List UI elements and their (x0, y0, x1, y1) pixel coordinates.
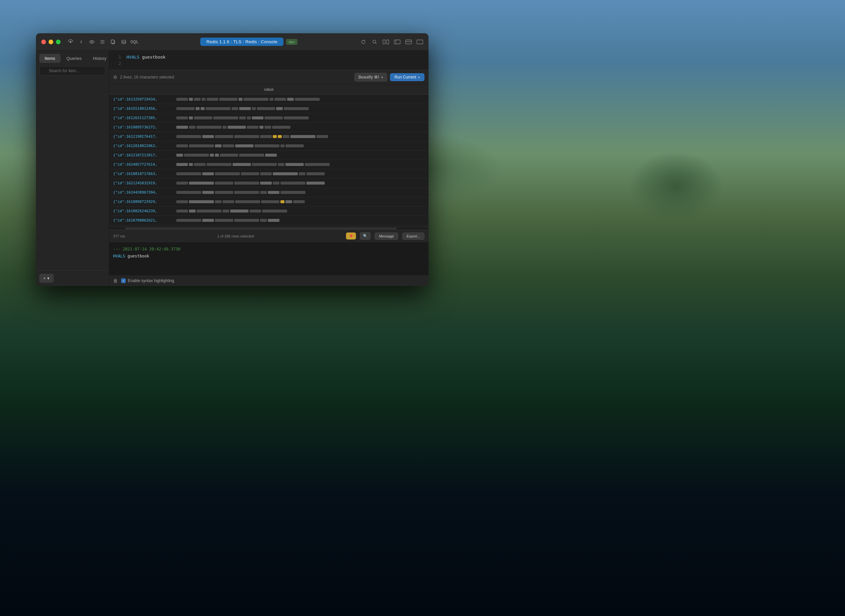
row-value (176, 107, 424, 110)
settings-icon[interactable]: ⚙ (113, 75, 117, 80)
sidebar-items-list (36, 79, 109, 270)
search-results-button[interactable]: 🔍 (360, 232, 371, 240)
results-area: value {"id":1613250719434, {"id":1615518… (109, 85, 428, 286)
sidebar-left-icon[interactable] (394, 38, 400, 45)
row-value (176, 154, 424, 157)
line-number-1: 1 (113, 54, 121, 60)
close-button[interactable] (41, 40, 46, 44)
tab-history[interactable]: History (88, 54, 111, 63)
svg-point-2 (91, 41, 92, 43)
right-panel: 1 HVALS guestbook 2 ⚙ 2 lines, 16 charac… (109, 51, 428, 286)
titlebar: SQL Redis 1.1.6 : TLS : Redis : Console … (36, 33, 428, 51)
table-row[interactable]: {"id":1612190276417, (109, 132, 428, 141)
fullscreen-icon[interactable] (417, 38, 423, 45)
row-value (176, 172, 424, 175)
row-key: {"id":1610898723929, (113, 199, 176, 204)
console-cmd-line: HVALS guestbook (113, 254, 424, 258)
row-key: {"id":1613250719434, (113, 97, 176, 101)
table-row[interactable]: {"id":1622187213817, (109, 151, 428, 160)
row-value (176, 200, 424, 203)
app-window: SQL Redis 1.1.6 : TLS : Redis : Console … (36, 33, 428, 286)
console-output: --- 2021-07-14 20:42:49.3730 (113, 246, 424, 252)
run-button[interactable]: Run Current ▾ (390, 73, 424, 81)
row-value (176, 98, 424, 101)
editor-line-2: 2 (109, 60, 428, 66)
back-icon[interactable] (78, 38, 85, 45)
command-arg: guestbook (142, 54, 165, 60)
add-item-button[interactable]: + ▾ (39, 274, 54, 283)
refresh-icon[interactable] (360, 38, 367, 45)
plus-icon: + (43, 276, 46, 281)
copy-icon[interactable] (110, 38, 116, 45)
table-row[interactable]: {"id":1612818822062, (109, 141, 428, 151)
search-input[interactable] (39, 66, 106, 75)
dev-badge: dev (286, 39, 298, 45)
tab-items[interactable]: Items (39, 54, 60, 63)
export-button[interactable]: Export... (402, 233, 424, 240)
results-status-bar: 377 ms 1 of 286 rows selected 📌 🔍 Messag… (109, 230, 428, 242)
search-icon[interactable] (371, 38, 378, 45)
query-timing: 377 ms (113, 234, 125, 238)
beautify-button[interactable]: Beautify ⌘I ▾ (354, 73, 387, 82)
line-number-2: 2 (113, 61, 121, 66)
message-button[interactable]: Message (375, 233, 398, 240)
row-value (176, 182, 424, 185)
row-value (176, 219, 424, 222)
list-icon[interactable] (99, 38, 106, 45)
table-row[interactable]: {"id":1610826246239, (109, 207, 428, 216)
command-keyword: HVALS (126, 54, 139, 60)
sidebar-tabs: Items Queries History (36, 51, 109, 63)
maximize-button[interactable] (56, 40, 60, 44)
sidebar: Items Queries History 🔍 + ▾ (36, 51, 109, 286)
table-row[interactable]: {"id":1624857727614, (109, 160, 428, 169)
database-icon[interactable] (120, 38, 127, 45)
table-row[interactable]: {"id":1610895736272, (109, 123, 428, 132)
table-row[interactable]: {"id":1612631127305, (109, 113, 428, 123)
row-key: {"id":1612190276417, (113, 134, 176, 139)
table-row[interactable]: {"id":1610818717663, (109, 169, 428, 179)
table-row[interactable]: {"id":1615518812456, (109, 104, 428, 113)
table-row[interactable]: {"id":1624430967394, (109, 188, 428, 197)
checkbox-label-text: Enable syntax highlighting (128, 279, 174, 283)
results-table-body[interactable]: {"id":1613250719434, {"id":1615518812456… (109, 95, 428, 226)
row-value (176, 191, 424, 194)
eye-icon[interactable] (88, 38, 95, 45)
main-content: Items Queries History 🔍 + ▾ (36, 51, 428, 286)
bottom-bar: 🗑 ✓ Enable syntax highlighting (109, 275, 428, 286)
table-row[interactable]: {"id":1610898723929, (109, 197, 428, 207)
svg-rect-7 (111, 40, 114, 43)
podcast-icon[interactable] (67, 38, 74, 45)
tab-queries[interactable]: Queries (61, 54, 87, 63)
syntax-highlight-toggle[interactable]: ✓ Enable syntax highlighting (121, 279, 174, 283)
svg-rect-13 (387, 40, 389, 44)
row-value (176, 135, 424, 138)
svg-point-0 (69, 41, 72, 43)
row-value (176, 144, 424, 147)
table-row[interactable]: {"id":1621245832919, (109, 179, 428, 188)
rows-selected-info: 1 of 286 rows selected (129, 234, 342, 238)
editor-area[interactable]: 1 HVALS guestbook 2 (109, 51, 428, 70)
svg-rect-12 (383, 40, 385, 44)
row-key: {"id":1610826246239, (113, 209, 176, 213)
svg-rect-16 (406, 40, 412, 44)
svg-point-9 (122, 40, 126, 42)
layout-icon[interactable] (405, 38, 412, 45)
table-column-header: value (109, 85, 428, 95)
run-label: Run Current (395, 75, 416, 79)
editor-line-1: 1 HVALS guestbook (109, 54, 428, 60)
checkbox-checked[interactable]: ✓ (121, 279, 126, 283)
delete-button[interactable]: 🗑 (113, 278, 118, 283)
minimize-button[interactable] (48, 40, 53, 44)
pin-button[interactable]: 📌 (346, 233, 356, 239)
split-view-icon[interactable] (383, 38, 389, 45)
sidebar-bottom: + ▾ (36, 270, 109, 286)
sidebar-search-area: 🔍 (36, 63, 109, 79)
table-row[interactable]: {"id":1613250719434, (109, 95, 428, 104)
row-key: {"id":1612631127305, (113, 116, 176, 120)
horizontal-scrollbar[interactable] (109, 226, 428, 230)
row-key: {"id":1622187213817, (113, 153, 176, 157)
beautify-chevron: ▾ (381, 75, 383, 79)
row-value (176, 116, 424, 119)
table-row[interactable]: {"id":1618708862621, (109, 216, 428, 225)
row-key: {"id":1610818717663, (113, 172, 176, 176)
